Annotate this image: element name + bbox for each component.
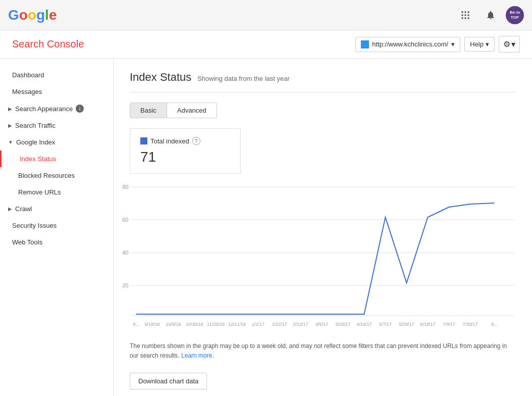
sidebar-item-search-appearance[interactable]: ▶ Search Appearance i xyxy=(0,100,113,117)
svg-text:8...: 8... xyxy=(133,322,139,327)
svg-text:5/28/17: 5/28/17 xyxy=(399,322,414,327)
search-appearance-arrow: ▶ xyxy=(8,106,12,112)
chart-area: 80 60 40 20 8... 9/18/16 10/9/16 10/30/1… xyxy=(130,182,516,333)
page-subtitle: Showing data from the last year xyxy=(197,75,290,82)
crawl-arrow: ▶ xyxy=(8,206,12,212)
svg-text:1/1/17: 1/1/17 xyxy=(252,322,264,327)
svg-text:60: 60 xyxy=(122,217,128,223)
logo-o1: o xyxy=(19,7,28,23)
main-layout: Dashboard Messages ▶ Search Appearance i… xyxy=(0,59,532,396)
stats-box: Total indexed ? 71 xyxy=(130,128,516,174)
svg-point-7 xyxy=(464,17,466,19)
index-status-label: Index Status xyxy=(20,155,56,163)
stat-help-icon[interactable]: ? xyxy=(192,137,200,145)
site-selector-arrow: ▾ xyxy=(451,40,455,48)
svg-text:7/9/17: 7/9/17 xyxy=(443,322,455,327)
page-heading: Index Status Showing data from the last … xyxy=(130,71,516,84)
svg-text:20: 20 xyxy=(122,282,128,288)
search-traffic-label: Search Traffic xyxy=(15,122,56,129)
svg-point-1 xyxy=(464,11,466,13)
web-tools-label: Web Tools xyxy=(12,238,42,246)
security-issues-label: Security Issues xyxy=(12,222,57,229)
search-appearance-label: Search Appearance xyxy=(15,105,73,113)
messages-label: Messages xyxy=(12,88,42,95)
logo-e: e xyxy=(49,7,57,23)
svg-text:9/18/16: 9/18/16 xyxy=(144,322,159,327)
google-logo: Google xyxy=(8,7,57,23)
total-indexed-label: Total indexed xyxy=(150,137,189,145)
svg-text:12/11/16: 12/11/16 xyxy=(228,322,246,327)
notifications-icon[interactable] xyxy=(481,5,501,25)
stat-label: Total indexed ? xyxy=(140,137,230,145)
apps-icon[interactable] xyxy=(455,5,475,25)
svg-point-2 xyxy=(467,11,469,13)
tab-advanced[interactable]: Advanced xyxy=(167,103,217,118)
sidebar-item-search-traffic[interactable]: ▶ Search Traffic xyxy=(0,117,113,134)
sidebar-item-google-index[interactable]: ▼ Google Index xyxy=(0,134,113,151)
logo-g: G xyxy=(8,7,19,23)
search-traffic-arrow: ▶ xyxy=(8,123,12,128)
svg-text:10/9/16: 10/9/16 xyxy=(166,322,181,327)
user-avatar[interactable]: Be:mTOP xyxy=(506,6,524,24)
sidebar: Dashboard Messages ▶ Search Appearance i… xyxy=(0,59,114,396)
download-chart-button[interactable]: Download chart data xyxy=(130,373,207,389)
crawl-label: Crawl xyxy=(15,205,32,213)
svg-text:8...: 8... xyxy=(491,322,498,327)
help-label: Help xyxy=(470,40,484,48)
header-divider xyxy=(130,92,516,92)
logo-g2: g xyxy=(36,7,45,23)
help-arrow: ▾ xyxy=(486,40,489,48)
settings-arrow: ▾ xyxy=(511,39,515,49)
svg-point-3 xyxy=(461,14,463,16)
svg-text:4/16/17: 4/16/17 xyxy=(356,322,371,327)
google-index-arrow: ▼ xyxy=(8,139,13,145)
settings-button[interactable]: ⚙ ▾ xyxy=(499,36,520,53)
svg-point-4 xyxy=(464,14,466,16)
google-topbar: Google Be:mTOP xyxy=(0,0,532,30)
content-area: Index Status Showing data from the last … xyxy=(114,59,532,396)
chart-note: The numbers shown in the graph may be up… xyxy=(130,341,508,361)
site-selector[interactable]: 🌐 http://www.kchclinics.com/ ▾ xyxy=(355,37,460,52)
logo-l: l xyxy=(45,7,49,23)
svg-point-0 xyxy=(461,11,463,13)
svg-point-8 xyxy=(467,17,469,19)
svg-text:11/20/16: 11/20/16 xyxy=(207,322,225,327)
info-icon: i xyxy=(76,105,84,113)
help-button[interactable]: Help ▾ xyxy=(464,37,495,52)
total-indexed-card: Total indexed ? 71 xyxy=(130,128,241,174)
console-title: Search Console xyxy=(12,38,84,50)
stat-color-indicator xyxy=(140,137,147,144)
svg-text:2/12/17: 2/12/17 xyxy=(293,322,308,327)
svg-text:3/26/17: 3/26/17 xyxy=(335,322,350,327)
svg-text:7/30/17: 7/30/17 xyxy=(462,322,477,327)
svg-text:5/7/17: 5/7/17 xyxy=(379,322,392,327)
svg-text:3/5/17: 3/5/17 xyxy=(315,322,328,327)
site-url: http://www.kchclinics.com/ xyxy=(372,40,448,48)
svg-point-5 xyxy=(467,14,469,16)
sidebar-item-remove-urls[interactable]: Remove URLs xyxy=(0,184,113,201)
tab-basic[interactable]: Basic xyxy=(130,103,167,118)
svg-text:40: 40 xyxy=(122,250,128,256)
sidebar-item-index-status[interactable]: Index Status xyxy=(0,151,113,167)
header-bar: Search Console 🌐 http://www.kchclinics.c… xyxy=(0,30,532,59)
sidebar-item-messages[interactable]: Messages xyxy=(0,83,113,100)
svg-text:6/18/17: 6/18/17 xyxy=(420,322,435,327)
header-controls: 🌐 http://www.kchclinics.com/ ▾ Help ▾ ⚙ … xyxy=(355,36,520,53)
tab-bar: Basic Advanced xyxy=(130,103,217,118)
svg-point-6 xyxy=(461,17,463,19)
remove-urls-label: Remove URLs xyxy=(18,188,61,196)
svg-text:10/30/16: 10/30/16 xyxy=(186,322,203,327)
learn-more-link[interactable]: Learn more. xyxy=(181,352,214,359)
svg-text:80: 80 xyxy=(122,184,128,190)
site-favicon: 🌐 xyxy=(361,40,369,48)
dashboard-label: Dashboard xyxy=(12,71,44,79)
sidebar-item-dashboard[interactable]: Dashboard xyxy=(0,67,113,83)
google-index-label: Google Index xyxy=(16,138,55,146)
sidebar-item-web-tools[interactable]: Web Tools xyxy=(0,234,113,251)
sidebar-item-security-issues[interactable]: Security Issues xyxy=(0,217,113,234)
total-indexed-value: 71 xyxy=(140,149,230,165)
topbar-actions: Be:mTOP xyxy=(455,5,524,25)
sidebar-item-blocked-resources[interactable]: Blocked Resources xyxy=(0,167,113,184)
sidebar-item-crawl[interactable]: ▶ Crawl xyxy=(0,201,113,217)
blocked-resources-label: Blocked Resources xyxy=(18,172,75,179)
